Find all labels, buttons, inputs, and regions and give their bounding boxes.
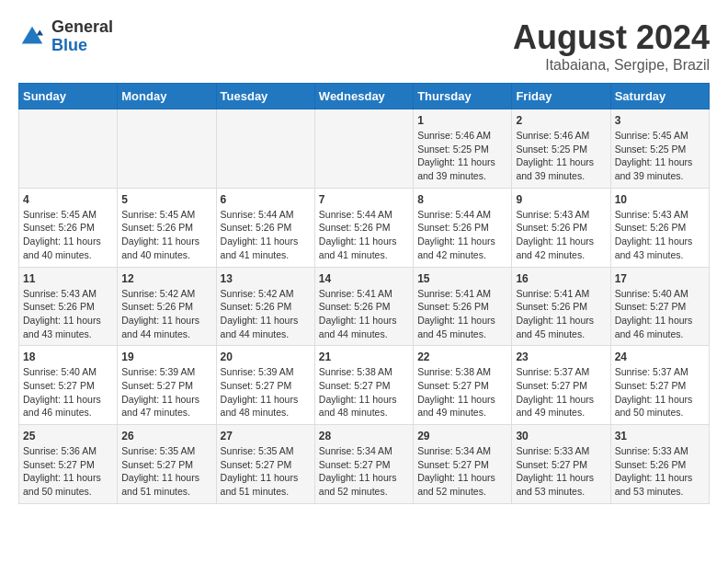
- calendar-row-0: 1Sunrise: 5:46 AM Sunset: 5:25 PM Daylig…: [19, 109, 710, 189]
- day-number: 21: [319, 350, 409, 363]
- day-info: Sunrise: 5:33 AM Sunset: 5:26 PM Dayligh…: [615, 444, 705, 499]
- day-number: 24: [615, 350, 705, 363]
- header-cell-saturday: Saturday: [610, 84, 709, 109]
- day-number: 6: [221, 193, 311, 206]
- day-info: Sunrise: 5:33 AM Sunset: 5:27 PM Dayligh…: [516, 444, 606, 499]
- calendar-cell: 9Sunrise: 5:43 AM Sunset: 5:26 PM Daylig…: [512, 188, 610, 267]
- day-number: 3: [615, 114, 705, 127]
- day-info: Sunrise: 5:37 AM Sunset: 5:27 PM Dayligh…: [615, 365, 705, 419]
- calendar-cell: 6Sunrise: 5:44 AM Sunset: 5:26 PM Daylig…: [216, 188, 314, 267]
- day-info: Sunrise: 5:41 AM Sunset: 5:26 PM Dayligh…: [417, 287, 507, 341]
- day-number: 28: [319, 430, 409, 442]
- day-info: Sunrise: 5:40 AM Sunset: 5:27 PM Dayligh…: [23, 365, 113, 419]
- day-number: 10: [615, 193, 705, 206]
- day-info: Sunrise: 5:44 AM Sunset: 5:26 PM Dayligh…: [319, 208, 409, 262]
- day-number: 19: [121, 350, 211, 363]
- logo: General Blue: [18, 18, 113, 55]
- day-info: Sunrise: 5:45 AM Sunset: 5:25 PM Dayligh…: [615, 129, 705, 183]
- calendar-header: SundayMondayTuesdayWednesdayThursdayFrid…: [19, 84, 710, 109]
- calendar-cell: 5Sunrise: 5:45 AM Sunset: 5:26 PM Daylig…: [118, 188, 216, 267]
- day-number: 2: [516, 114, 606, 127]
- calendar-cell: 26Sunrise: 5:35 AM Sunset: 5:27 PM Dayli…: [118, 425, 216, 504]
- calendar-cell: [216, 109, 314, 189]
- day-number: 26: [121, 430, 211, 442]
- calendar-row-3: 18Sunrise: 5:40 AM Sunset: 5:27 PM Dayli…: [19, 346, 710, 425]
- day-number: 13: [221, 272, 311, 285]
- day-number: 30: [516, 430, 606, 442]
- day-info: Sunrise: 5:39 AM Sunset: 5:27 PM Dayligh…: [221, 365, 311, 419]
- day-info: Sunrise: 5:37 AM Sunset: 5:27 PM Dayligh…: [516, 365, 606, 419]
- day-number: 8: [417, 193, 507, 206]
- day-info: Sunrise: 5:38 AM Sunset: 5:27 PM Dayligh…: [319, 365, 409, 419]
- day-number: 22: [417, 350, 507, 363]
- calendar-cell: [19, 109, 118, 189]
- day-number: 18: [23, 350, 113, 363]
- calendar-cell: 10Sunrise: 5:43 AM Sunset: 5:26 PM Dayli…: [610, 188, 709, 267]
- calendar-cell: 3Sunrise: 5:45 AM Sunset: 5:25 PM Daylig…: [610, 109, 709, 189]
- day-info: Sunrise: 5:45 AM Sunset: 5:26 PM Dayligh…: [121, 208, 211, 262]
- calendar-cell: 8Sunrise: 5:44 AM Sunset: 5:26 PM Daylig…: [414, 188, 512, 267]
- day-number: 27: [221, 430, 311, 442]
- calendar-cell: 11Sunrise: 5:43 AM Sunset: 5:26 PM Dayli…: [19, 267, 118, 346]
- day-info: Sunrise: 5:46 AM Sunset: 5:25 PM Dayligh…: [417, 129, 507, 183]
- calendar-cell: 19Sunrise: 5:39 AM Sunset: 5:27 PM Dayli…: [118, 346, 216, 425]
- page-header: General Blue August 2024 Itabaiana, Serg…: [18, 18, 710, 74]
- header-cell-friday: Friday: [512, 84, 610, 109]
- day-info: Sunrise: 5:43 AM Sunset: 5:26 PM Dayligh…: [23, 287, 113, 341]
- day-number: 1: [417, 114, 507, 127]
- day-info: Sunrise: 5:46 AM Sunset: 5:25 PM Dayligh…: [516, 129, 606, 183]
- day-info: Sunrise: 5:45 AM Sunset: 5:26 PM Dayligh…: [23, 208, 113, 262]
- day-info: Sunrise: 5:39 AM Sunset: 5:27 PM Dayligh…: [121, 365, 211, 419]
- day-info: Sunrise: 5:44 AM Sunset: 5:26 PM Dayligh…: [417, 208, 507, 262]
- calendar-cell: 31Sunrise: 5:33 AM Sunset: 5:26 PM Dayli…: [610, 425, 709, 504]
- calendar-cell: 1Sunrise: 5:46 AM Sunset: 5:25 PM Daylig…: [414, 109, 512, 189]
- calendar-cell: 7Sunrise: 5:44 AM Sunset: 5:26 PM Daylig…: [314, 188, 413, 267]
- calendar-cell: 30Sunrise: 5:33 AM Sunset: 5:27 PM Dayli…: [512, 425, 610, 504]
- day-number: 17: [615, 272, 705, 285]
- day-info: Sunrise: 5:44 AM Sunset: 5:26 PM Dayligh…: [221, 208, 311, 262]
- calendar-cell: [118, 109, 216, 189]
- calendar-table: SundayMondayTuesdayWednesdayThursdayFrid…: [18, 83, 710, 504]
- calendar-cell: 15Sunrise: 5:41 AM Sunset: 5:26 PM Dayli…: [414, 267, 512, 346]
- calendar-cell: 24Sunrise: 5:37 AM Sunset: 5:27 PM Dayli…: [610, 346, 709, 425]
- calendar-cell: 2Sunrise: 5:46 AM Sunset: 5:25 PM Daylig…: [512, 109, 610, 189]
- calendar-cell: 21Sunrise: 5:38 AM Sunset: 5:27 PM Dayli…: [314, 346, 413, 425]
- calendar-cell: 12Sunrise: 5:42 AM Sunset: 5:26 PM Dayli…: [118, 267, 216, 346]
- header-cell-thursday: Thursday: [414, 84, 512, 109]
- calendar-row-1: 4Sunrise: 5:45 AM Sunset: 5:26 PM Daylig…: [19, 188, 710, 267]
- day-number: 5: [121, 193, 211, 206]
- day-number: 9: [516, 193, 606, 206]
- header-cell-sunday: Sunday: [19, 84, 118, 109]
- header-cell-monday: Monday: [118, 84, 216, 109]
- day-number: 12: [121, 272, 211, 285]
- day-info: Sunrise: 5:34 AM Sunset: 5:27 PM Dayligh…: [417, 444, 507, 499]
- day-info: Sunrise: 5:35 AM Sunset: 5:27 PM Dayligh…: [121, 444, 211, 499]
- day-number: 15: [417, 272, 507, 285]
- day-info: Sunrise: 5:43 AM Sunset: 5:26 PM Dayligh…: [615, 208, 705, 262]
- day-number: 14: [319, 272, 409, 285]
- day-info: Sunrise: 5:42 AM Sunset: 5:26 PM Dayligh…: [121, 287, 211, 341]
- day-info: Sunrise: 5:36 AM Sunset: 5:27 PM Dayligh…: [23, 444, 113, 499]
- day-info: Sunrise: 5:34 AM Sunset: 5:27 PM Dayligh…: [319, 444, 409, 499]
- day-info: Sunrise: 5:42 AM Sunset: 5:26 PM Dayligh…: [221, 287, 311, 341]
- logo-general: General: [51, 18, 113, 37]
- day-info: Sunrise: 5:43 AM Sunset: 5:26 PM Dayligh…: [516, 208, 606, 262]
- calendar-body: 1Sunrise: 5:46 AM Sunset: 5:25 PM Daylig…: [19, 109, 710, 504]
- day-number: 4: [23, 193, 113, 206]
- month-year-title: August 2024: [513, 18, 710, 57]
- logo-blue: Blue: [51, 37, 113, 55]
- header-cell-wednesday: Wednesday: [314, 84, 413, 109]
- day-info: Sunrise: 5:41 AM Sunset: 5:26 PM Dayligh…: [516, 287, 606, 341]
- calendar-cell: 25Sunrise: 5:36 AM Sunset: 5:27 PM Dayli…: [19, 425, 118, 504]
- day-number: 20: [221, 350, 311, 363]
- day-info: Sunrise: 5:41 AM Sunset: 5:26 PM Dayligh…: [319, 287, 409, 341]
- location-subtitle: Itabaiana, Sergipe, Brazil: [513, 57, 710, 74]
- calendar-cell: 13Sunrise: 5:42 AM Sunset: 5:26 PM Dayli…: [216, 267, 314, 346]
- day-number: 31: [615, 430, 705, 442]
- calendar-cell: 14Sunrise: 5:41 AM Sunset: 5:26 PM Dayli…: [314, 267, 413, 346]
- calendar-cell: 18Sunrise: 5:40 AM Sunset: 5:27 PM Dayli…: [19, 346, 118, 425]
- header-row: SundayMondayTuesdayWednesdayThursdayFrid…: [19, 84, 710, 109]
- calendar-cell: 28Sunrise: 5:34 AM Sunset: 5:27 PM Dayli…: [314, 425, 413, 504]
- day-info: Sunrise: 5:38 AM Sunset: 5:27 PM Dayligh…: [417, 365, 507, 419]
- calendar-cell: 20Sunrise: 5:39 AM Sunset: 5:27 PM Dayli…: [216, 346, 314, 425]
